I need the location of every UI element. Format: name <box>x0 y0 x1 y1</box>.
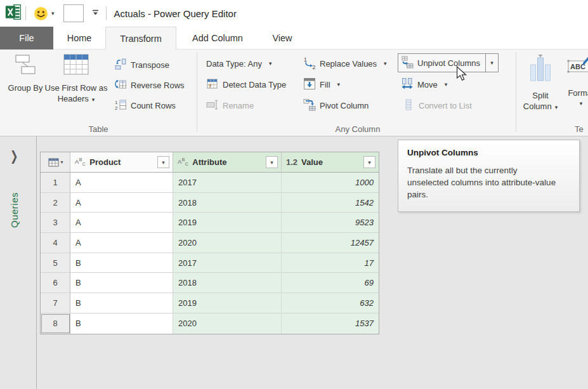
rename-button: Rename <box>206 95 254 115</box>
editor-content: ❯ Queries AABCBC Product ABC Attribute <box>0 136 588 389</box>
svg-text:2: 2 <box>313 63 316 69</box>
cell-attribute[interactable]: 2020 <box>173 233 282 253</box>
text-column-group-label: Te <box>575 124 588 134</box>
tab-view[interactable]: View <box>259 27 306 49</box>
reverse-rows-label: Reverse Rows <box>131 81 185 90</box>
cell-value[interactable]: 632 <box>282 293 379 313</box>
cell-product[interactable]: B <box>70 273 173 293</box>
tab-home[interactable]: Home <box>53 27 105 49</box>
svg-text:1: 1 <box>304 56 307 63</box>
data-type-button[interactable]: Data Type: Any <box>206 53 271 74</box>
cell-product[interactable]: A <box>70 233 173 253</box>
tab-file[interactable]: File <box>0 27 53 49</box>
transpose-button[interactable]: Transpose <box>114 55 169 75</box>
filter-dropdown-button[interactable] <box>266 156 278 168</box>
table-options-button[interactable] <box>41 152 70 173</box>
cell-attribute[interactable]: 2017 <box>173 253 282 274</box>
row-number[interactable]: 4 <box>41 233 70 253</box>
format-label: Format <box>568 88 588 98</box>
table-row: 1A20171000 <box>41 173 379 193</box>
unpivot-columns-button[interactable]: Unpivot Columns <box>398 53 486 72</box>
column-header-product[interactable]: AABCBC Product <box>70 152 173 173</box>
detect-data-type-button[interactable]: ? Detect Data Type <box>206 74 286 95</box>
ribbon: Group By Use First Row as Headers Transp… <box>0 49 588 136</box>
cell-product[interactable]: A <box>70 193 173 213</box>
queries-pane-collapsed: ❯ Queries <box>0 136 37 389</box>
mouse-cursor <box>455 66 469 84</box>
cell-product[interactable]: B <box>70 313 173 334</box>
move-button[interactable]: Move <box>401 74 447 95</box>
table-row: 4A202012457 <box>41 233 379 253</box>
row-number[interactable]: 8 <box>41 313 70 334</box>
grid-body: 1A201710002A201815423A201995234A20201245… <box>41 173 379 334</box>
pivot-column-button[interactable]: Pivot Column <box>303 95 369 115</box>
column-header-value[interactable]: 1.2 Value <box>282 152 379 173</box>
window-title: Actuals - Power Query Editor <box>114 8 237 19</box>
cell-product[interactable]: B <box>70 253 173 274</box>
unpivot-columns-icon <box>401 56 414 70</box>
split-column-button[interactable]: Split Column <box>521 53 559 112</box>
format-button[interactable]: ABC Format <box>562 53 588 107</box>
row-number[interactable]: 6 <box>41 273 70 293</box>
use-first-row-button[interactable]: Use First Row as Headers <box>42 53 110 104</box>
cell-attribute[interactable]: 2017 <box>173 173 282 193</box>
cell-product[interactable]: A <box>70 213 173 233</box>
expand-pane-icon[interactable]: ❯ <box>10 148 18 164</box>
tab-add-column[interactable]: Add Column <box>176 27 259 49</box>
customize-toolbar-icon[interactable] <box>91 8 100 19</box>
cell-attribute[interactable]: 2019 <box>173 293 282 313</box>
cell-value[interactable]: 12457 <box>282 233 379 253</box>
count-rows-button[interactable]: 1 2 Count Rows <box>114 95 176 115</box>
cell-attribute[interactable]: 2018 <box>173 193 282 213</box>
table-row: 5B201717 <box>41 253 379 274</box>
pivot-column-label: Pivot Column <box>320 101 369 110</box>
row-number[interactable]: 1 <box>41 173 70 193</box>
reverse-rows-button[interactable]: Reverse Rows <box>114 75 185 95</box>
cell-attribute[interactable]: 2020 <box>173 313 282 334</box>
cell-value[interactable]: 69 <box>282 273 379 293</box>
replace-values-icon: 1 2 <box>303 56 316 71</box>
rename-label: Rename <box>223 101 254 110</box>
ribbon-tabs: File Home Transform Add Column View <box>0 27 588 49</box>
cell-value[interactable]: 9523 <box>282 213 379 233</box>
filter-dropdown-button[interactable] <box>157 156 169 168</box>
unpivot-columns-dropdown[interactable] <box>486 53 499 72</box>
feedback-smiley-button[interactable] <box>34 6 55 21</box>
convert-to-list-icon <box>402 98 415 113</box>
text-type-icon: ABC <box>178 157 188 166</box>
fill-button[interactable]: Fill <box>303 74 340 95</box>
tab-transform[interactable]: Transform <box>105 27 176 49</box>
row-number[interactable]: 3 <box>41 213 70 233</box>
filter-dropdown-button[interactable] <box>363 156 376 168</box>
cell-attribute[interactable]: 2018 <box>173 273 282 293</box>
count-rows-label: Count Rows <box>131 101 176 110</box>
move-icon <box>401 77 414 92</box>
column-name: Value <box>301 157 323 167</box>
split-column-label: Split Column <box>521 91 559 112</box>
table-row: 8B20201537 <box>41 313 379 334</box>
table-row: 3A20199523 <box>41 213 379 233</box>
split-column-icon <box>528 53 552 86</box>
cell-value[interactable]: 1000 <box>282 173 379 193</box>
fill-icon <box>303 77 316 92</box>
table-row: 2A20181542 <box>41 193 379 213</box>
cell-product[interactable]: A <box>70 173 173 193</box>
column-header-attribute[interactable]: ABC Attribute <box>173 152 282 173</box>
row-number[interactable]: 7 <box>41 293 70 313</box>
cell-value[interactable]: 1542 <box>282 193 379 213</box>
data-type-label: Data Type: Any <box>206 59 262 69</box>
quick-access-button[interactable] <box>63 4 84 22</box>
group-by-button[interactable]: Group By <box>8 53 43 94</box>
row-number[interactable]: 5 <box>41 253 70 274</box>
move-label: Move <box>417 80 438 89</box>
number-type-icon: 1.2 <box>286 157 297 167</box>
cell-product[interactable]: B <box>70 293 173 313</box>
count-rows-icon: 1 2 <box>114 98 127 113</box>
cell-value[interactable]: 17 <box>282 253 379 274</box>
replace-values-button[interactable]: 1 2 Replace Values <box>303 53 387 74</box>
row-number[interactable]: 2 <box>41 193 70 213</box>
cell-attribute[interactable]: 2019 <box>173 213 282 233</box>
grid-header-row: AABCBC Product ABC Attribute 1.2 Value <box>41 152 379 173</box>
cell-value[interactable]: 1537 <box>282 313 379 334</box>
group-separator <box>197 52 197 132</box>
